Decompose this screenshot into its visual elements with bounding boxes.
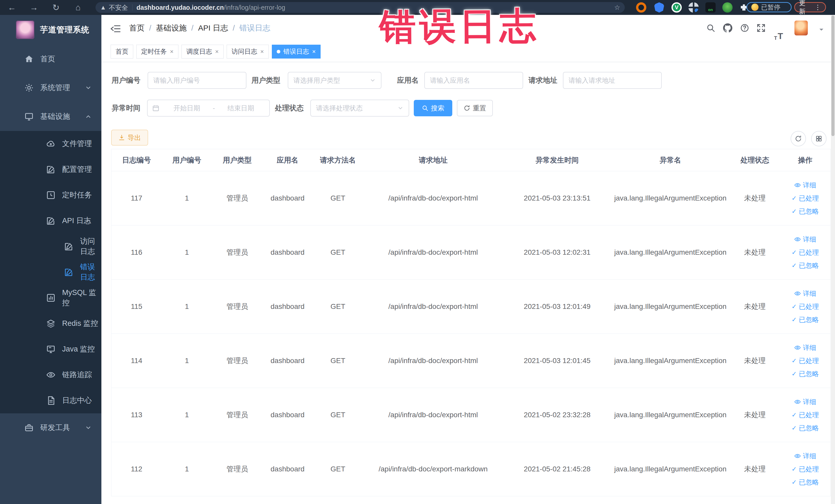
scrollbar-thumb[interactable] [831,15,834,136]
check-icon: ✓ [792,208,797,215]
github-icon[interactable] [720,15,735,41]
breadcrumb-item[interactable]: API 日志 [198,23,228,33]
page-scrollbar[interactable] [831,15,835,504]
browser-forward-icon[interactable]: → [26,0,42,15]
sidebar-item-config[interactable]: 配置管理 [0,157,101,182]
cell-app-name: dashboard [262,334,313,388]
search-button[interactable]: 搜索 [414,100,452,116]
close-tab-icon[interactable]: × [260,48,264,55]
start-date-placeholder: 开始日期 [163,104,211,113]
tab-access-log[interactable]: 访问日志× [227,45,269,59]
browser-reload-icon[interactable]: ↻ [48,0,64,15]
bookmark-star-icon[interactable]: ☆ [614,4,620,12]
extension-on-badge-icon[interactable]: on [705,2,716,13]
font-size-icon[interactable]: TT [771,15,786,41]
update-badge[interactable]: 更新 ⋮ [794,2,826,12]
sidebar-item-log-center[interactable]: 日志中心 [0,388,101,414]
close-tab-icon[interactable]: × [170,48,174,55]
sidebar-item-job[interactable]: 定时任务 [0,182,101,208]
action-processed-link[interactable]: ✓已处理 [792,302,819,311]
action-processed-link[interactable]: ✓已处理 [792,465,819,474]
check-icon: ✓ [792,357,797,364]
sidebar-item-trace[interactable]: 链路追踪 [0,362,101,388]
action-label: 已处理 [799,465,819,474]
avatar-caret-down-icon[interactable] [818,26,825,33]
breadcrumb-item[interactable]: 基础设施 [156,23,187,33]
tab-job[interactable]: 定时任务× [136,45,178,59]
user-id-input[interactable] [148,72,246,89]
action-processed-link[interactable]: ✓已处理 [792,194,819,203]
sidebar-item-access-log[interactable]: 访问日志 [0,234,101,259]
sidebar-item-dev-tools[interactable]: 研发工具 [0,414,101,442]
date-range-picker[interactable]: 开始日期 - 结束日期 [147,100,270,117]
tab-home[interactable]: 首页 [110,45,133,59]
browser-chrome-bar: ← → ↻ ⌂ ▲ 不安全 dashboard.yudao.iocoder.cn… [0,0,835,15]
collapse-sidebar-icon[interactable] [110,24,121,32]
action-detail-link[interactable]: 详细 [794,181,816,190]
app-name-input[interactable] [424,72,523,89]
paused-badge[interactable]: 已暂停 [747,2,792,12]
refresh-table-button[interactable] [791,131,806,146]
browser-back-icon[interactable]: ← [4,0,20,15]
sidebar-item-redis[interactable]: Redis 监控 [0,311,101,336]
extension-grid-icon[interactable] [688,2,699,13]
action-detail-link[interactable]: 详细 [794,398,816,406]
cell-method: GET [313,171,363,225]
close-tab-icon[interactable]: × [215,48,219,55]
address-bar[interactable]: ▲ 不安全 dashboard.yudao.iocoder.cn /infra/… [96,2,625,13]
action-processed-link[interactable]: ✓已处理 [792,410,819,420]
action-ignored-link[interactable]: ✓已忽略 [792,369,819,379]
tab-error-log[interactable]: 错误日志× [272,45,321,59]
action-ignored-link[interactable]: ✓已忽略 [792,207,819,216]
breadcrumb: 首页/基础设施/API 日志/错误日志 [129,15,270,41]
reset-button[interactable]: 重置 [457,100,493,116]
tab-label: 调度日志 [186,47,212,56]
process-status-select[interactable]: 请选择处理状态 [310,100,409,117]
sidebar-item-system[interactable]: 系统管理 [0,74,101,102]
extension-shield-icon[interactable] [654,2,664,13]
extension-v-icon[interactable]: V [672,2,682,13]
breadcrumb-item[interactable]: 首页 [129,23,144,33]
extension-plant-icon[interactable] [722,2,733,13]
fullscreen-icon[interactable] [754,15,768,41]
help-icon[interactable] [737,15,752,41]
action-ignored-link[interactable]: ✓已忽略 [792,261,819,270]
action-detail-link[interactable]: 详细 [794,289,816,298]
cell-status: 未处理 [730,225,780,279]
sidebar-item-api-log[interactable]: API 日志 [0,208,101,234]
action-ignored-link[interactable]: ✓已忽略 [792,424,819,432]
action-detail-link[interactable]: 详细 [794,235,816,244]
action-label: 详细 [803,343,816,352]
emoji-face-icon [751,4,758,11]
extension-orange-icon[interactable] [636,2,646,13]
sidebar-item-error-log[interactable]: 错误日志 [0,259,101,285]
action-detail-link[interactable]: 详细 [794,451,816,461]
table-row: 1121管理员dashboardGET/api/infra/db-doc/exp… [111,442,830,496]
eye-icon [794,452,801,459]
action-ignored-link[interactable]: ✓已忽略 [792,315,819,324]
sidebar-item-home[interactable]: 首页 [0,45,101,74]
tab-job-log[interactable]: 调度日志× [182,45,224,59]
user-avatar[interactable] [794,21,808,36]
sidebar-item-file[interactable]: 文件管理 [0,131,101,157]
export-button[interactable]: 导出 [111,130,148,146]
action-label: 已处理 [799,356,819,365]
sidebar-item-mysql[interactable]: MySQL 监控 [0,285,101,311]
user-type-select[interactable]: 请选择用户类型 [288,72,382,89]
range-separator: - [211,104,217,112]
action-processed-link[interactable]: ✓已处理 [792,356,819,365]
browser-home-icon[interactable]: ⌂ [70,0,86,15]
app-logo[interactable]: 芋道管理系统 [0,15,101,45]
sidebar-item-java[interactable]: Java 监控 [0,336,101,362]
breadcrumb-separator: / [149,24,151,32]
request-url-input[interactable] [563,72,662,89]
action-ignored-link[interactable]: ✓已忽略 [792,478,819,487]
sidebar-item-infra[interactable]: 基础设施 [0,102,101,131]
action-detail-link[interactable]: 详细 [794,343,816,352]
action-processed-link[interactable]: ✓已处理 [792,248,819,257]
close-tab-icon[interactable]: × [312,48,316,55]
browser-menu-icon[interactable]: ⋮ [814,3,821,11]
eye-icon [794,344,801,351]
column-settings-button[interactable] [811,131,827,146]
search-icon[interactable] [704,15,718,41]
